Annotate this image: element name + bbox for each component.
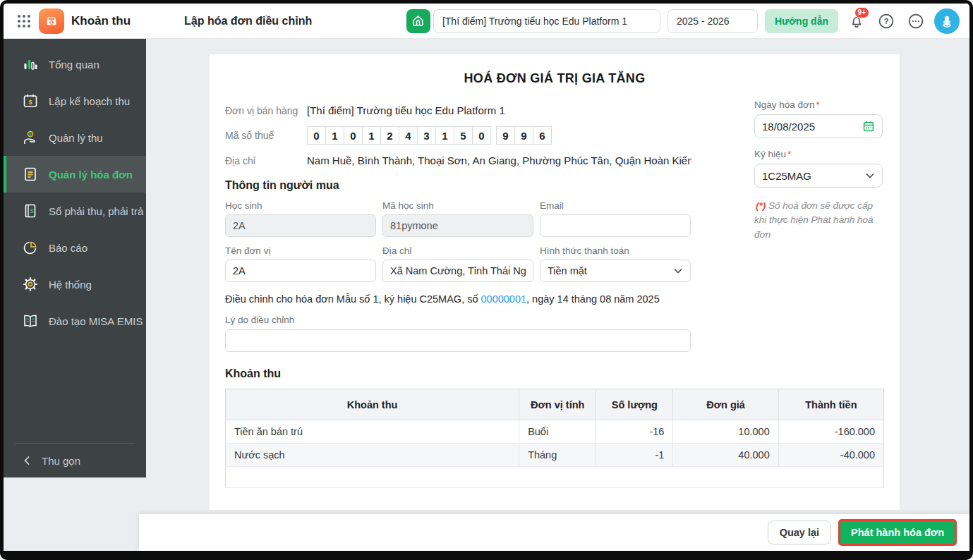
student-label: Học sinh <box>225 200 376 211</box>
invoice-meta-column: Ngày hóa đơn* 18/08/2025 Ký hiệu* 1C25MA… <box>754 99 883 242</box>
sidebar-item-lap-ke-hoach-thu[interactable]: $ Lập kế hoạch thu <box>4 83 146 119</box>
payment-method-label: Hình thức thanh toán <box>540 245 691 256</box>
svg-text:$: $ <box>30 207 34 214</box>
col-header-thanh-tien: Thành tiền <box>778 389 883 420</box>
seller-value: [Thí điểm] Trường tiểu học Edu Platform … <box>307 104 505 116</box>
tax-code-digit: 4 <box>399 126 418 145</box>
school-year-selector[interactable]: 2025 - 2026 <box>667 9 758 33</box>
avatar-person-icon <box>939 13 955 29</box>
original-invoice-link[interactable]: 00000001 <box>481 293 527 305</box>
hand-coin-icon: $ <box>22 129 39 146</box>
sidebar-item-label: Báo cáo <box>49 242 87 254</box>
sidebar-item-label: Sổ phải thu, phải trả <box>49 205 143 217</box>
invoice-number-note: (*) Số hoá đơn sẽ được cấp khi thực hiện… <box>754 199 883 242</box>
student-code-label: Mã học sinh <box>382 200 533 211</box>
email-label: Email <box>540 200 691 211</box>
chevron-left-icon <box>22 456 32 465</box>
sidebar-item-label: Quản lý hóa đơn <box>49 169 133 181</box>
ledger-book-icon: $ <box>22 202 39 219</box>
sidebar-item-quan-ly-thu[interactable]: $ Quản lý thu <box>4 119 146 156</box>
unit-name-label: Tên đơn vị <box>225 245 376 256</box>
invoice-date-input[interactable]: 18/08/2025 <box>754 114 883 138</box>
cell-amount: -40.000 <box>778 444 883 467</box>
cell-price: 40.000 <box>673 444 778 467</box>
school-selector[interactable]: [Thí điểm] Trường tiểu học Edu Platform … <box>433 9 660 33</box>
home-button[interactable] <box>406 9 430 33</box>
sidebar-item-quan-ly-hoa-don[interactable]: Quản lý hóa đơn <box>4 156 146 193</box>
open-book-icon <box>22 312 39 329</box>
symbol-label: Ký hiệu* <box>754 149 883 159</box>
more-options-button[interactable] <box>905 10 927 32</box>
adjustment-reason-input[interactable] <box>225 329 691 352</box>
svg-text:?: ? <box>884 17 889 25</box>
cell-qty: -16 <box>596 420 673 444</box>
payment-method-select[interactable]: Tiền mặt <box>540 260 691 282</box>
adjustment-reason-field: Lý do điều chỉnh <box>225 315 884 352</box>
bottom-action-bar: Quay lại Phát hành hóa đơn <box>139 514 969 551</box>
empty-cell <box>226 467 884 488</box>
fee-items-table: Khoản thu Đơn vị tính Số lượng Đơn giá T… <box>225 389 884 488</box>
sidebar-item-label: Hệ thống <box>49 279 92 291</box>
tax-code-digit: 2 <box>380 126 399 145</box>
buyer-address-input[interactable] <box>382 260 533 282</box>
help-button[interactable]: ? <box>875 10 898 32</box>
khoan-thu-logo-icon: $ <box>39 8 64 34</box>
notification-badge: 9+ <box>854 7 869 18</box>
tax-code-digit: 0 <box>344 126 363 145</box>
issue-invoice-button[interactable]: Phát hành hóa đơn <box>838 519 957 546</box>
student-code-input[interactable] <box>382 214 533 237</box>
tax-code-digit: 3 <box>417 126 436 145</box>
cell-qty: -1 <box>596 444 673 467</box>
notifications-button[interactable]: 9+ <box>845 10 868 32</box>
tax-code-digit: 9 <box>514 126 533 145</box>
cell-price: 10.000 <box>673 420 778 444</box>
adjustment-reason-label: Lý do điều chỉnh <box>225 315 884 325</box>
calendar-dollar-icon: $ <box>22 92 39 109</box>
invoice-form-card: HOÁ ĐƠN GIÁ TRỊ GIA TĂNG Ngày hóa đơn* 1… <box>210 54 900 510</box>
cell-unit: Tháng <box>519 444 596 467</box>
table-row: Tiền ăn bán trúBuổi-1610.000-160.000 <box>226 420 884 444</box>
table-header-row: Khoản thu Đơn vị tính Số lượng Đơn giá T… <box>226 389 884 420</box>
gear-icon <box>22 276 39 293</box>
sidebar-item-dao-tao-misa-emis[interactable]: Đào tạo MISA EMIS <box>4 303 146 339</box>
sidebar-item-tong-quan[interactable]: Tổng quan <box>4 46 146 83</box>
sidebar-item-label: Lập kế hoạch thu <box>49 95 130 107</box>
cell-unit: Buổi <box>519 420 596 444</box>
question-icon: ? <box>878 13 895 30</box>
invoice-title: HOÁ ĐƠN GIÁ TRỊ GIA TĂNG <box>225 71 884 86</box>
sidebar-item-label: Tổng quan <box>49 59 99 71</box>
table-row: Nước sạchTháng-140.000-40.000 <box>226 444 884 467</box>
collapse-label: Thu gọn <box>42 455 80 467</box>
sidebar-item-label: Quản lý thu <box>49 132 103 144</box>
app-title: Khoản thu <box>71 14 131 28</box>
chevron-down-icon <box>673 266 683 276</box>
tax-code-digit: 9 <box>496 126 515 145</box>
back-button[interactable]: Quay lại <box>768 521 831 544</box>
col-header-don-gia: Đơn giá <box>673 389 778 420</box>
app-launcher-icon[interactable] <box>16 13 32 29</box>
tax-code-digit: 1 <box>362 126 381 145</box>
symbol-select[interactable]: 1C25MAG <box>754 164 883 188</box>
calendar-icon[interactable] <box>862 120 875 133</box>
sidebar: Tổng quan $ Lập kế hoạch thu $ Quản lý t… <box>4 39 146 477</box>
email-input[interactable] <box>540 214 691 237</box>
collapse-sidebar-button[interactable]: Thu gọn <box>4 444 146 477</box>
app-window: $ Khoản thu Lập hóa đơn điều chỉnh [Thí … <box>0 0 973 560</box>
user-avatar[interactable] <box>934 8 960 34</box>
sidebar-item-so-phai-thu-phai-tra[interactable]: $ Sổ phải thu, phải trả <box>4 193 146 229</box>
tax-code-digits: 0101243150 996 <box>307 126 552 145</box>
svg-text:$: $ <box>28 99 32 106</box>
sidebar-item-bao-cao[interactable]: Báo cáo <box>4 229 146 266</box>
tax-code-digit: 0 <box>307 126 326 145</box>
tax-code-digit: 6 <box>533 126 552 145</box>
buyer-address-label: Địa chỉ <box>382 245 533 256</box>
address-label: Địa chỉ <box>225 155 307 166</box>
guide-button[interactable]: Hướng dẫn <box>765 9 838 33</box>
student-input[interactable] <box>225 214 376 237</box>
sidebar-item-he-thong[interactable]: Hệ thống <box>4 266 146 303</box>
cell-name: Nước sạch <box>226 444 519 467</box>
top-bar: $ Khoản thu Lập hóa đơn điều chỉnh [Thí … <box>4 4 969 39</box>
tax-code-digit: 0 <box>472 126 491 145</box>
unit-name-input[interactable] <box>225 260 376 282</box>
col-header-khoan-thu: Khoản thu <box>226 389 519 420</box>
